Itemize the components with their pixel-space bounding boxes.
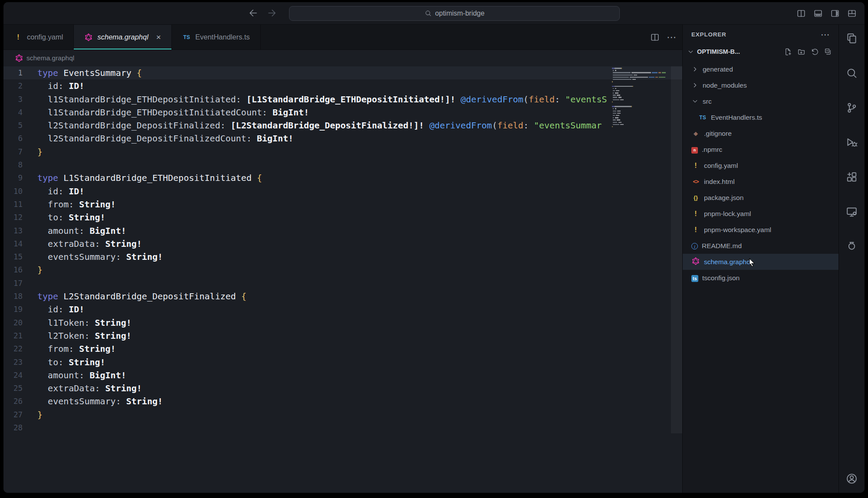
- tab-schema-graphql[interactable]: schema.graphql×: [74, 25, 172, 49]
- collapse-all-icon[interactable]: [824, 48, 832, 56]
- minimap-line: [612, 99, 669, 101]
- code-line[interactable]: 21 l2Token: String!: [3, 329, 682, 342]
- file-label: index.html: [704, 178, 735, 186]
- refresh-icon[interactable]: [811, 48, 819, 56]
- editor-scrollbar[interactable]: [671, 66, 682, 433]
- chevron-down-icon: [691, 98, 699, 105]
- minimap-line: [612, 126, 669, 128]
- minimap-line: [612, 90, 669, 92]
- customize-layout-icon[interactable]: [847, 9, 857, 18]
- npm-icon: n: [691, 145, 698, 154]
- code-editor[interactable]: 1type EventsSummary {2 id: ID!3 l1Standa…: [3, 66, 682, 493]
- code-line[interactable]: 5 l2StandardBridge_DepositFinalized: [L2…: [3, 119, 682, 132]
- toggle-panel-icon[interactable]: [813, 9, 823, 18]
- file-item-npmrc[interactable]: n.npmrc: [683, 141, 838, 157]
- close-icon[interactable]: ×: [156, 33, 161, 41]
- activity-remote-explorer-button[interactable]: [845, 204, 859, 219]
- forward-arrow-button[interactable]: [266, 8, 278, 19]
- tab-config-yaml[interactable]: !config.yaml: [3, 25, 74, 49]
- file-item-index-html[interactable]: <>index.html: [683, 174, 838, 190]
- file-item-config-yaml[interactable]: !config.yaml: [683, 157, 838, 174]
- history-nav: [248, 8, 278, 19]
- code-line[interactable]: 22 from: String!: [3, 342, 682, 355]
- code-line[interactable]: 1type EventsSummary {: [3, 66, 682, 79]
- code-line[interactable]: 6 l2StandardBridge_DepositFinalizedCount…: [3, 132, 682, 145]
- file-item-tsconfig-json[interactable]: tstsconfig.json: [683, 270, 838, 286]
- file-item-gitignore[interactable]: ◆.gitignore: [683, 125, 838, 141]
- activity-run-debug-button[interactable]: [845, 135, 859, 150]
- code-line[interactable]: 2 id: ID!: [3, 79, 682, 92]
- code-line[interactable]: 28: [3, 421, 682, 434]
- code-line[interactable]: 4 l1StandardBridge_ETHDepositInitiatedCo…: [3, 106, 682, 119]
- code-line[interactable]: 24 amount: BigInt!: [3, 369, 682, 382]
- code-text: eventsSummary: String!: [37, 250, 163, 263]
- activity-search-button[interactable]: [845, 66, 859, 80]
- code-line[interactable]: 7}: [3, 145, 682, 158]
- code-line[interactable]: 12 to: String!: [3, 211, 682, 224]
- minimap-line: [612, 113, 669, 114]
- split-editor-icon[interactable]: [650, 33, 660, 42]
- minimap-line: [612, 108, 669, 109]
- line-number: 11: [3, 198, 37, 211]
- command-center-search[interactable]: optimism-bridge: [289, 6, 620, 21]
- explorer-project-section[interactable]: OPTIMISM-B...: [683, 44, 838, 59]
- code-line[interactable]: 14 extraData: String!: [3, 237, 682, 250]
- code-line[interactable]: 27}: [3, 408, 682, 421]
- line-number: 25: [3, 382, 37, 395]
- code-line[interactable]: 17: [3, 277, 682, 290]
- code-line[interactable]: 9type L1StandardBridge_ETHDepositInitiat…: [3, 171, 682, 184]
- minimap-line: [612, 106, 669, 107]
- folder-item-src[interactable]: src: [683, 93, 838, 109]
- minimap[interactable]: [612, 68, 669, 131]
- code-line[interactable]: 10 id: ID!: [3, 185, 682, 198]
- code-line[interactable]: 8: [3, 158, 682, 171]
- breadcrumb[interactable]: schema.graphql: [3, 50, 682, 66]
- file-item-readme-md[interactable]: iREADME.md: [683, 238, 838, 254]
- code-line[interactable]: 19 id: ID!: [3, 303, 682, 316]
- back-arrow-button[interactable]: [248, 8, 260, 19]
- minimap-line: [612, 75, 669, 76]
- code-line[interactable]: 11 from: String!: [3, 198, 682, 211]
- activity-bar-top: [845, 31, 859, 471]
- activity-jar-button[interactable]: [845, 239, 859, 254]
- toggle-secondary-sidebar-icon[interactable]: [830, 9, 840, 18]
- activity-files-button[interactable]: [845, 31, 859, 46]
- code-line[interactable]: 20 l1Token: String!: [3, 316, 682, 329]
- file-item-pnpm-workspace-yaml[interactable]: !pnpm-workspace.yaml: [683, 222, 838, 238]
- code-line[interactable]: 15 eventsSummary: String!: [3, 250, 682, 263]
- code-line[interactable]: 25 extraData: String!: [3, 382, 682, 395]
- minimap-line: [612, 88, 669, 89]
- file-item-schema-graphql[interactable]: schema.graphql: [683, 254, 838, 270]
- split-columns-icon[interactable]: [796, 9, 806, 18]
- folder-item-generated[interactable]: generated: [683, 61, 838, 77]
- code-line[interactable]: 26 eventsSummary: String!: [3, 395, 682, 408]
- file-item-pnpm-lock-yaml[interactable]: !pnpm-lock.yaml: [683, 206, 838, 222]
- activity-account-button[interactable]: [845, 471, 859, 486]
- code-line[interactable]: 23 to: String!: [3, 356, 682, 369]
- more-actions-icon[interactable]: ⋯: [667, 33, 676, 42]
- minimap-line: [612, 128, 669, 130]
- tab-eventhandlers-ts[interactable]: TSEventHandlers.ts: [172, 25, 261, 49]
- tabs: !config.yamlschema.graphql×TSEventHandle…: [3, 25, 261, 49]
- code-line[interactable]: 18type L2StandardBridge_DepositFinalized…: [3, 290, 682, 303]
- code-text: eventsSummary: String!: [37, 395, 163, 408]
- code-line[interactable]: 3 l1StandardBridge_ETHDepositInitiated: …: [3, 93, 682, 106]
- explorer-more-button[interactable]: ⋯: [821, 30, 830, 39]
- code-text: amount: BigInt!: [37, 369, 126, 382]
- file-label: .npmrc: [702, 146, 722, 154]
- activity-source-control-button[interactable]: [845, 100, 859, 115]
- folder-item-node-modules[interactable]: node_modules: [683, 77, 838, 93]
- file-item-package-json[interactable]: {}package.json: [683, 190, 838, 206]
- code-text: l2Token: String!: [37, 329, 132, 342]
- file-label: pnpm-workspace.yaml: [704, 226, 771, 234]
- new-folder-icon[interactable]: [797, 48, 806, 56]
- file-item-eventhandlers-ts[interactable]: TSEventHandlers.ts: [683, 109, 838, 125]
- new-file-icon[interactable]: [784, 48, 792, 56]
- code-text: type L2StandardBridge_DepositFinalized {: [37, 290, 247, 303]
- code-line[interactable]: 13 amount: BigInt!: [3, 224, 682, 237]
- activity-extensions-button[interactable]: [845, 170, 859, 184]
- ts-icon: TS: [182, 33, 191, 42]
- line-number: 2: [3, 79, 37, 92]
- code-line[interactable]: 16}: [3, 263, 682, 276]
- code-text: from: String!: [37, 198, 116, 211]
